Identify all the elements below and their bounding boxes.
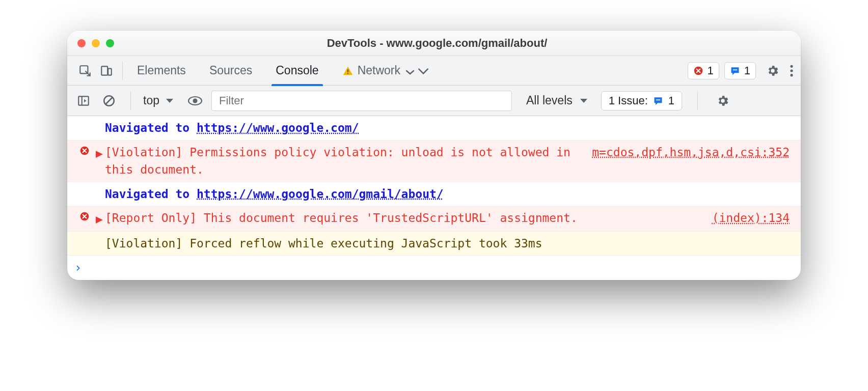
window-controls xyxy=(77,39,114,47)
navigation-link[interactable]: https://www.google.com/gmail/about/ xyxy=(197,187,444,201)
svg-rect-16 xyxy=(656,99,660,100)
navigation-link[interactable]: https://www.google.com/ xyxy=(197,121,359,134)
tab-console[interactable]: Console xyxy=(274,56,320,86)
tab-label: Sources xyxy=(209,64,252,77)
tab-label: Elements xyxy=(137,64,186,77)
gutter xyxy=(73,119,96,121)
more-options-icon[interactable] xyxy=(790,64,794,77)
chevron-down-icon xyxy=(580,98,588,104)
svg-rect-2 xyxy=(108,68,112,75)
separator xyxy=(130,92,131,110)
warning-icon xyxy=(342,65,354,76)
message-text: [Violation] Permissions policy violation… xyxy=(105,144,582,179)
expand-toggle xyxy=(96,185,105,186)
separator xyxy=(122,62,123,80)
message-text: [Violation] Forced reflow while executin… xyxy=(105,235,790,253)
svg-rect-6 xyxy=(733,69,737,70)
context-label: top xyxy=(143,94,159,107)
settings-icon[interactable] xyxy=(766,64,779,77)
issues-count: 1 xyxy=(668,94,674,107)
console-settings-icon[interactable] xyxy=(716,94,729,107)
tab-label: Network xyxy=(358,64,400,77)
message-text: [Report Only] This document requires 'Tr… xyxy=(105,209,702,227)
context-selector[interactable]: top xyxy=(143,94,174,107)
devtools-window: DevTools - www.google.com/gmail/about/ E… xyxy=(67,31,801,280)
expand-toggle xyxy=(96,119,105,120)
toggle-sidebar-icon[interactable] xyxy=(74,92,93,110)
levels-label: All levels xyxy=(526,94,573,107)
message-icon xyxy=(653,96,663,106)
svg-rect-3 xyxy=(347,69,348,72)
svg-line-13 xyxy=(106,97,113,104)
error-icon xyxy=(73,144,96,156)
filter-input[interactable] xyxy=(211,91,512,111)
inspect-element-icon[interactable] xyxy=(74,61,96,80)
console-row-error: ▶[Report Only] This document requires 'T… xyxy=(67,206,801,232)
message-count-badge[interactable]: 1 xyxy=(724,62,756,79)
error-count-badge[interactable]: 1 xyxy=(688,62,719,79)
gutter xyxy=(73,235,96,237)
source-link[interactable]: (index):134 xyxy=(712,209,790,227)
svg-point-9 xyxy=(790,74,793,76)
expand-toggle xyxy=(96,235,105,236)
more-tabs-button[interactable] xyxy=(417,66,430,75)
source-link[interactable]: m=cdos,dpf,hsm,jsa,d,csi:352 xyxy=(592,144,790,161)
clear-console-icon[interactable] xyxy=(100,92,118,110)
issues-label: 1 Issue: xyxy=(609,94,648,107)
tab-elements[interactable]: Elements xyxy=(135,56,188,86)
prompt-chevron-icon: › xyxy=(74,261,82,275)
tab-label: Console xyxy=(276,64,318,77)
tab-sources[interactable]: Sources xyxy=(207,56,254,86)
message-count: 1 xyxy=(744,64,750,77)
expand-toggle[interactable]: ▶ xyxy=(96,209,105,228)
console-row-navigation: Navigated to https://www.google.com/ xyxy=(67,116,801,141)
log-levels-selector[interactable]: All levels xyxy=(526,94,588,107)
console-row-warning: [Violation] Forced reflow while executin… xyxy=(67,232,801,256)
gutter xyxy=(73,185,96,187)
console-output: Navigated to https://www.google.com/▶[Vi… xyxy=(67,116,801,256)
issues-button[interactable]: 1 Issue: 1 xyxy=(601,91,682,110)
message-text: Navigated to https://www.google.com/gmai… xyxy=(105,185,790,203)
message-icon xyxy=(730,66,740,76)
window-title: DevTools - www.google.com/gmail/about/ xyxy=(114,37,791,50)
minimize-window-button[interactable] xyxy=(92,39,100,47)
svg-rect-1 xyxy=(101,66,107,75)
expand-toggle[interactable]: ▶ xyxy=(96,144,105,162)
titlebar: DevTools - www.google.com/gmail/about/ xyxy=(67,31,801,56)
chevron-down-icon xyxy=(166,98,174,104)
console-toolbar: top All levels 1 Issue: 1 xyxy=(67,86,801,116)
device-toolbar-icon[interactable] xyxy=(96,61,117,80)
separator xyxy=(697,92,698,110)
console-prompt[interactable]: › xyxy=(67,256,801,280)
console-row-navigation: Navigated to https://www.google.com/gmai… xyxy=(67,182,801,207)
close-window-button[interactable] xyxy=(77,39,86,47)
error-count: 1 xyxy=(708,64,714,77)
error-icon xyxy=(693,66,703,76)
panel-tabs: Elements Sources Console Network xyxy=(135,56,402,86)
svg-point-7 xyxy=(790,65,793,67)
svg-point-15 xyxy=(193,98,197,103)
tab-network[interactable]: Network xyxy=(340,56,402,86)
zoom-window-button[interactable] xyxy=(106,39,114,47)
console-row-error: ▶[Violation] Permissions policy violatio… xyxy=(67,141,801,182)
error-icon xyxy=(73,209,96,221)
svg-point-8 xyxy=(790,69,793,72)
main-toolbar: Elements Sources Console Network 1 1 xyxy=(67,56,801,86)
svg-rect-4 xyxy=(347,73,348,74)
message-text: Navigated to https://www.google.com/ xyxy=(105,119,790,137)
live-expression-icon[interactable] xyxy=(186,92,204,110)
svg-rect-10 xyxy=(78,96,89,105)
